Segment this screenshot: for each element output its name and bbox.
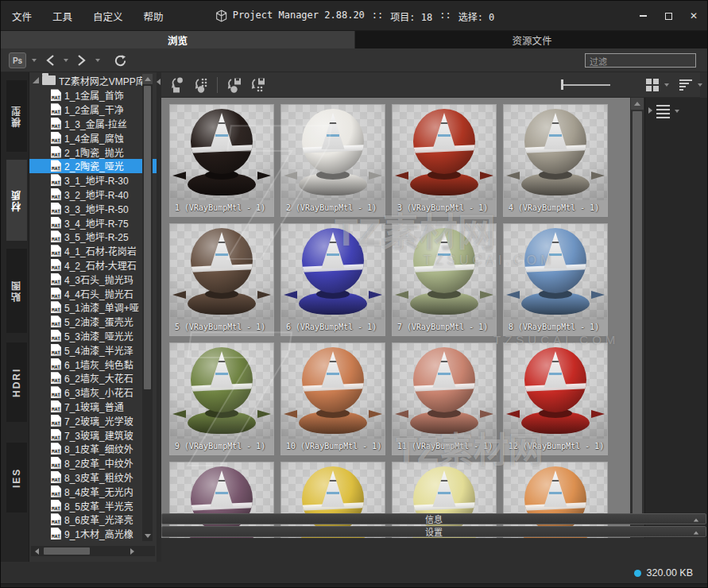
scroll-down-button[interactable]	[142, 531, 153, 541]
scroll-left-button[interactable]	[33, 547, 41, 555]
tree-vscrollbar[interactable]	[142, 74, 153, 541]
side-tab-maps[interactable]: 贴图	[6, 249, 27, 333]
tree-item[interactable]: MAT7_3玻璃_建筑玻	[29, 427, 157, 442]
tree-item[interactable]: MAT5_1油漆_单调+哑	[29, 300, 157, 315]
menu-item[interactable]: 工具	[52, 9, 72, 24]
expand-triangle-icon[interactable]	[33, 77, 39, 83]
material-thumbnail[interactable]: 5 (VRayBumpMtl - 1)	[169, 223, 274, 336]
tree-item[interactable]: MAT8_2皮革_中纹外	[29, 456, 157, 470]
slider-knob[interactable]	[561, 79, 563, 90]
tree-item[interactable]: MAT7_2玻璃_光学玻	[29, 413, 157, 427]
scroll-right-button[interactable]	[128, 547, 137, 555]
tree-root-folder[interactable]: TZ素材网之VMPP库	[29, 72, 157, 88]
maximize-button[interactable]	[660, 8, 677, 24]
material-thumbnail[interactable]: 8 (VRayBumpMtl - 1)	[503, 223, 608, 336]
tree-item[interactable]: MAT3_5_地坪-R-25	[29, 230, 157, 244]
scroll-up-button[interactable]	[631, 98, 644, 110]
menu-item[interactable]: 文件	[12, 9, 32, 24]
tree-item-label: 1_2金属_干净	[64, 103, 124, 116]
right-panel-expand-icon[interactable]	[648, 107, 652, 114]
get-material-icon[interactable]	[168, 75, 187, 95]
right-panel-menu-button[interactable]	[656, 103, 682, 121]
material-thumbnail[interactable]: 4 (VRayBumpMtl - 1)	[503, 104, 608, 217]
material-thumbnail[interactable]: 3 (VRayBumpMtl - 1)	[392, 104, 497, 217]
tree-item[interactable]: MAT3_4_地坪-R-75	[29, 215, 157, 230]
tree-item[interactable]: MAT2_1陶瓷_抛光	[29, 145, 157, 159]
scroll-thumb[interactable]	[144, 86, 151, 389]
tree-item[interactable]: MAT6_3墙灰_小花石	[29, 385, 157, 400]
tree-item[interactable]: MAT3_1_地坪-R-30	[29, 173, 157, 188]
side-tab-ies[interactable]: IES	[6, 443, 27, 513]
back-button[interactable]	[42, 52, 58, 69]
side-tab-model[interactable]: 模型	[6, 80, 27, 152]
grid-vscrollbar[interactable]	[631, 98, 644, 538]
material-thumbnail[interactable]: 12 (VRayBumpMtl - 1)	[503, 342, 608, 455]
tree-item[interactable]: MAT1_4金属_腐蚀	[29, 130, 157, 145]
photoshop-dropdown-icon[interactable]	[32, 59, 37, 62]
material-thumbnail[interactable]: 7 (VRayBumpMtl - 1)	[392, 223, 497, 336]
tree-item[interactable]: MAT4_2_石材-大理石	[29, 258, 157, 273]
side-tab-hdri[interactable]: HDRI	[6, 342, 27, 422]
photoshop-button[interactable]: Ps	[9, 52, 26, 68]
tree-item[interactable]: MAT6_2墙灰_大花石	[29, 371, 157, 385]
tree-item[interactable]: MAT6_1墙灰_纯色黏	[29, 357, 157, 371]
tree-item[interactable]: MAT3_2_地坪-R-40	[29, 188, 157, 202]
tree-item-label: 3_1_地坪-R-30	[64, 173, 129, 187]
tree-item[interactable]: MAT9_1木材_高光橡	[29, 527, 157, 541]
menu-item[interactable]: 自定义	[93, 9, 123, 24]
tree-item[interactable]: MAT8_1皮革_细纹外	[29, 442, 157, 456]
tree-hscrollbar[interactable]	[31, 546, 155, 556]
info-panel-header[interactable]: 信息	[161, 513, 706, 524]
tree-item[interactable]: MAT4_1_石材-花岗岩	[29, 244, 157, 258]
tree-item[interactable]: MAT7_1玻璃_普通	[29, 400, 157, 414]
material-thumbnail[interactable]: 9 (VRayBumpMtl - 1)	[169, 342, 274, 455]
tree-item[interactable]: MAT1_1金属_首饰	[29, 88, 157, 103]
close-button[interactable]: ✕	[685, 8, 702, 24]
menu-item[interactable]: 帮助	[144, 9, 164, 24]
tree-item[interactable]: MAT4_4石头_抛光石	[29, 286, 157, 300]
tree-item[interactable]: MAT5_4油漆_半光泽	[29, 342, 157, 357]
doc-tab[interactable]: 资源文件	[354, 31, 708, 48]
refresh-button[interactable]	[112, 52, 128, 69]
tree-item[interactable]: MAT5_3油漆_哑光光	[29, 329, 157, 343]
tree-item-label: 8_4皮革_无光内	[64, 485, 133, 498]
pick-material-icon[interactable]	[192, 75, 211, 95]
material-thumbnail[interactable]: 10 (VRayBumpMtl - 1)	[280, 342, 385, 455]
material-thumbnail[interactable]: 6 (VRayBumpMtl - 1)	[280, 223, 385, 336]
back-dropdown-icon[interactable]	[64, 59, 68, 62]
forward-dropdown-icon[interactable]	[95, 59, 100, 62]
tree-item[interactable]: MAT1_3_金属-拉丝	[29, 117, 157, 131]
scroll-thumb[interactable]	[633, 111, 642, 518]
tree-item[interactable]: MAT8_3皮革_粗纹外	[29, 470, 157, 485]
scroll-up-button[interactable]	[142, 74, 153, 84]
doc-tab[interactable]: 浏览	[1, 31, 354, 48]
material-thumbnail[interactable]: 11 (VRayBumpMtl - 1)	[392, 342, 497, 455]
side-tab-material[interactable]: 材质	[6, 160, 27, 241]
minimize-button[interactable]	[634, 8, 652, 24]
material-thumbnail[interactable]: 2 (VRayBumpMtl - 1)	[280, 104, 385, 217]
sort-button[interactable]	[676, 75, 695, 95]
scroll-thumb[interactable]	[44, 547, 90, 555]
thumbnail-size-slider[interactable]	[561, 83, 610, 87]
grid-view-dropdown-icon[interactable]	[664, 83, 669, 87]
settings-panel-header[interactable]: 设置	[161, 526, 706, 537]
tree-item[interactable]: MAT5_2油漆_蛋壳光	[29, 315, 157, 329]
forward-button[interactable]	[74, 52, 90, 69]
tree-item[interactable]: MAT8_6皮革_光泽亮	[29, 513, 157, 527]
tree-item[interactable]: MAT4_3石头_抛光玛	[29, 272, 157, 286]
tree-item[interactable]: MAT2_2陶瓷_哑光	[29, 159, 157, 173]
tree-item-label: 1_4金属_腐蚀	[64, 131, 124, 145]
tree-item[interactable]: MAT8_5皮革_半光亮	[29, 498, 157, 513]
filter-input[interactable]	[586, 56, 695, 68]
sort-dropdown-icon[interactable]	[698, 83, 702, 87]
material-thumbnail[interactable]: 1 (VRayBumpMtl - 1)	[169, 104, 274, 217]
tree-item-label: 3_5_地坪-R-25	[64, 230, 129, 243]
collapse-left-icon[interactable]	[157, 79, 161, 85]
tree-item[interactable]: MAT1_2金属_干净	[29, 103, 157, 117]
tree-item[interactable]: MAT3_3_地坪-R-50	[29, 201, 157, 215]
tree-item[interactable]: MAT8_4皮革_无光内	[29, 484, 157, 498]
update-preview-icon[interactable]	[224, 75, 243, 95]
mat-file-icon: MAT	[51, 273, 61, 285]
update-all-previews-icon[interactable]	[248, 75, 267, 95]
grid-view-button[interactable]	[643, 75, 662, 95]
